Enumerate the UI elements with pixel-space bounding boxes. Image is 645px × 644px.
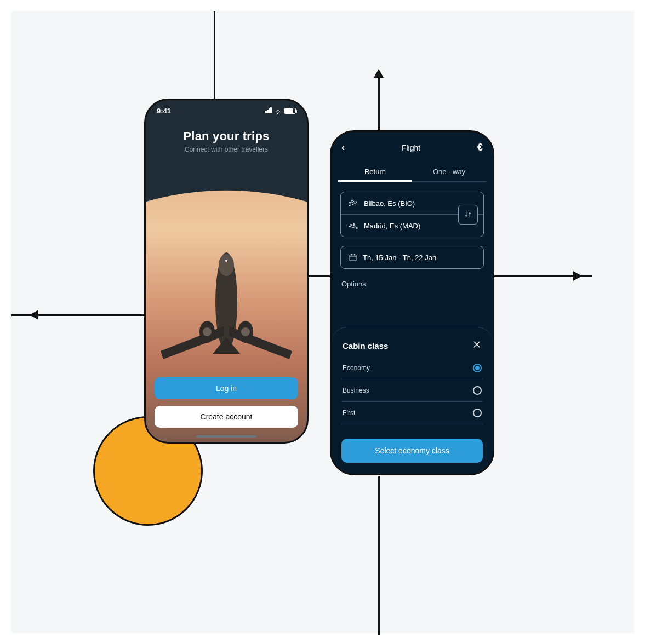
- phone-welcome: 9:41 Plan your trips Connect with other …: [144, 99, 309, 444]
- dates-box[interactable]: Th, 15 Jan - Th, 22 Jan: [340, 246, 484, 269]
- close-button[interactable]: [472, 340, 482, 352]
- origin-value: Bilbao, Es (BIO): [364, 199, 415, 208]
- top-bar: ‹ Flight €: [332, 132, 493, 159]
- airplane-icon: [158, 244, 295, 370]
- cabin-option-label: Business: [343, 387, 369, 394]
- calendar-icon: [349, 253, 357, 262]
- cabin-option-label: Economy: [343, 364, 370, 372]
- destination-value: Madrid, Es (MAD): [364, 222, 420, 230]
- wifi-icon: [274, 107, 282, 115]
- currency-button[interactable]: €: [477, 142, 483, 153]
- login-button[interactable]: Log in: [155, 377, 298, 399]
- trip-type-tabs: Return One - way: [338, 162, 486, 182]
- svg-marker-9: [213, 337, 240, 354]
- tab-return[interactable]: Return: [338, 162, 412, 181]
- close-icon: [472, 340, 482, 349]
- cabin-option-business[interactable]: Business: [341, 380, 483, 402]
- welcome-subtitle: Connect with other travellers: [155, 146, 298, 153]
- cabin-option-label: First: [343, 409, 355, 417]
- status-bar: 9:41: [146, 100, 307, 115]
- screen-title: Flight: [402, 143, 420, 152]
- welcome-title: Plan your trips: [155, 129, 298, 143]
- auth-buttons: Log in Create account: [155, 377, 298, 428]
- tab-oneway[interactable]: One - way: [412, 162, 486, 181]
- svg-point-1: [219, 254, 234, 276]
- axis-segment: [214, 11, 215, 104]
- cabin-option-economy[interactable]: Economy: [341, 357, 483, 380]
- airports-box: Bilbao, Es (BIO) Madrid, Es (MAD): [340, 192, 484, 237]
- plane-takeoff-icon: [349, 198, 358, 208]
- arrow-right-icon: [573, 271, 582, 281]
- svg-point-2: [225, 260, 227, 262]
- options-label: Options: [332, 271, 493, 291]
- arrow-left-icon: [30, 310, 38, 320]
- home-indicator: [196, 435, 256, 438]
- search-form: Bilbao, Es (BIO) Madrid, Es (MAD) Th, 15…: [332, 182, 493, 271]
- svg-rect-10: [350, 255, 356, 261]
- dates-value: Th, 15 Jan - Th, 22 Jan: [363, 254, 436, 262]
- battery-icon: [284, 108, 296, 114]
- svg-point-7: [203, 327, 212, 336]
- svg-point-8: [241, 327, 250, 336]
- arrow-up-icon: [374, 69, 384, 78]
- plane-landing-icon: [349, 221, 358, 231]
- axis-segment: [378, 77, 380, 131]
- axis-segment: [307, 275, 332, 277]
- status-icons: [265, 107, 296, 115]
- signal-icon: [265, 107, 272, 115]
- hero: Plan your trips Connect with other trave…: [146, 115, 307, 153]
- hero-image: Log in Create account: [146, 182, 307, 442]
- swap-icon: [464, 210, 472, 219]
- sheet-title: Cabin class: [343, 341, 388, 350]
- stage: 9:41 Plan your trips Connect with other …: [11, 11, 634, 633]
- cabin-option-first[interactable]: First: [341, 402, 483, 424]
- radio-icon: [473, 386, 482, 395]
- radio-icon: [473, 409, 482, 417]
- status-time: 9:41: [157, 107, 171, 115]
- create-account-button[interactable]: Create account: [155, 406, 298, 428]
- axis-segment: [378, 476, 380, 635]
- back-button[interactable]: ‹: [341, 142, 345, 153]
- cabin-class-sheet: Cabin class Economy Business First Selec…: [332, 327, 493, 474]
- radio-selected-icon: [473, 364, 482, 372]
- phone-flight: ‹ Flight € Return One - way Bilbao, Es (…: [330, 130, 494, 475]
- swap-button[interactable]: [458, 205, 478, 225]
- select-class-button[interactable]: Select economy class: [341, 439, 483, 463]
